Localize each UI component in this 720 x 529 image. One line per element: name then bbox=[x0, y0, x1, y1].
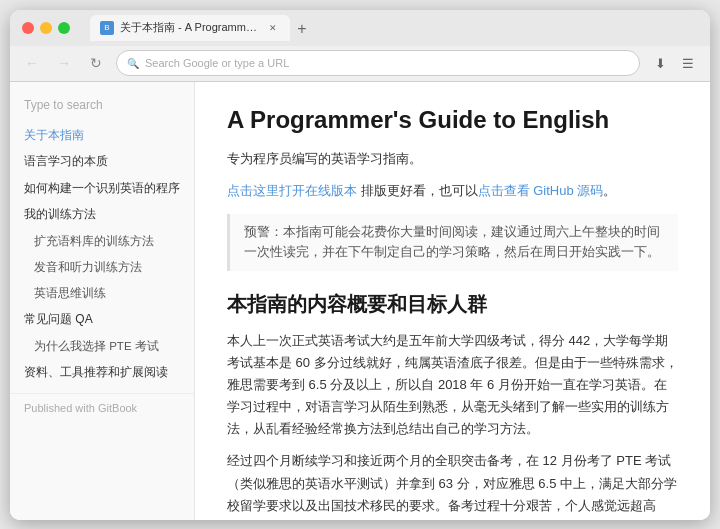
tab-favicon: B bbox=[100, 21, 114, 35]
refresh-button[interactable]: ↻ bbox=[84, 51, 108, 75]
section-title: 本指南的内容概要和目标人群 bbox=[227, 291, 678, 318]
sidebar-item-expand[interactable]: 扩充语料库的训练方法 bbox=[10, 228, 194, 254]
article-title: A Programmer's Guide to English bbox=[227, 106, 678, 134]
sidebar-item-nature[interactable]: 语言学习的本质 bbox=[10, 148, 194, 175]
tab-label: 关于本指南 - A Programmer's G… bbox=[120, 20, 260, 35]
tab-close-button[interactable]: ✕ bbox=[266, 21, 280, 35]
maximize-button[interactable] bbox=[58, 22, 70, 34]
article: A Programmer's Guide to English 专为程序员编写的… bbox=[195, 82, 710, 520]
close-button[interactable] bbox=[22, 22, 34, 34]
article-para1: 本人上一次正式英语考试大约是五年前大学四级考试，得分 442，大学每学期考试基本… bbox=[227, 330, 678, 440]
browser-window: B 关于本指南 - A Programmer's G… ✕ + ← → ↻ 🔍 … bbox=[10, 10, 710, 520]
article-links: 点击这里打开在线版本 排版更好看，也可以点击查看 GitHub 源码。 bbox=[227, 180, 678, 202]
sidebar: Type to search 关于本指南 语言学习的本质 如何构建一个识别英语的… bbox=[10, 82, 195, 520]
article-subtitle: 专为程序员编写的英语学习指南。 bbox=[227, 148, 678, 170]
content-area: Type to search 关于本指南 语言学习的本质 如何构建一个识别英语的… bbox=[10, 82, 710, 520]
sidebar-item-resources[interactable]: 资料、工具推荐和扩展阅读 bbox=[10, 359, 194, 385]
tabs-area: B 关于本指南 - A Programmer's G… ✕ + bbox=[90, 15, 698, 41]
sidebar-item-build[interactable]: 如何构建一个识别英语的程序 bbox=[10, 175, 194, 201]
back-button[interactable]: ← bbox=[20, 51, 44, 75]
new-tab-button[interactable]: + bbox=[290, 17, 314, 41]
sidebar-item-pronunciation[interactable]: 发音和听力训练方法 bbox=[10, 254, 194, 280]
title-bar: B 关于本指南 - A Programmer's G… ✕ + bbox=[10, 10, 710, 46]
toolbar-actions: ⬇ ☰ bbox=[648, 51, 700, 75]
article-para2: 经过四个月断续学习和接近两个月的全职突击备考，在 12 月份考了 PTE 考试（… bbox=[227, 450, 678, 519]
sidebar-item-qa[interactable]: 常见问题 QA bbox=[10, 306, 194, 333]
sidebar-search-placeholder: Type to search bbox=[10, 94, 194, 122]
link2-suffix: 。 bbox=[603, 183, 616, 198]
notice-block: 预警：本指南可能会花费你大量时间阅读，建议通过周六上午整块的时间一次性读完，并在… bbox=[227, 214, 678, 271]
sidebar-item-thinking[interactable]: 英语思维训练 bbox=[10, 280, 194, 306]
sidebar-item-training[interactable]: 我的训练方法 bbox=[10, 201, 194, 228]
github-link[interactable]: 点击查看 GitHub 源码 bbox=[478, 183, 604, 198]
online-version-link[interactable]: 点击这里打开在线版本 bbox=[227, 183, 357, 198]
link1-suffix: 排版更好看，也可以 bbox=[357, 183, 478, 198]
sidebar-item-pte[interactable]: 为什么我选择 PTE 考试 bbox=[10, 333, 194, 359]
active-tab[interactable]: B 关于本指南 - A Programmer's G… ✕ bbox=[90, 15, 290, 41]
search-icon: 🔍 bbox=[127, 58, 139, 69]
sidebar-footer: Published with GitBook bbox=[10, 393, 194, 422]
notice-text: 预警：本指南可能会花费你大量时间阅读，建议通过周六上午整块的时间一次性读完，并在… bbox=[244, 225, 660, 260]
toolbar: ← → ↻ 🔍 Search Google or type a URL ⬇ ☰ bbox=[10, 46, 710, 82]
download-icon[interactable]: ⬇ bbox=[648, 51, 672, 75]
menu-icon[interactable]: ☰ bbox=[676, 51, 700, 75]
forward-button[interactable]: → bbox=[52, 51, 76, 75]
traffic-lights bbox=[22, 22, 70, 34]
address-bar[interactable]: 🔍 Search Google or type a URL bbox=[116, 50, 640, 76]
minimize-button[interactable] bbox=[40, 22, 52, 34]
sidebar-item-about[interactable]: 关于本指南 bbox=[10, 122, 194, 149]
address-text: Search Google or type a URL bbox=[145, 57, 289, 69]
